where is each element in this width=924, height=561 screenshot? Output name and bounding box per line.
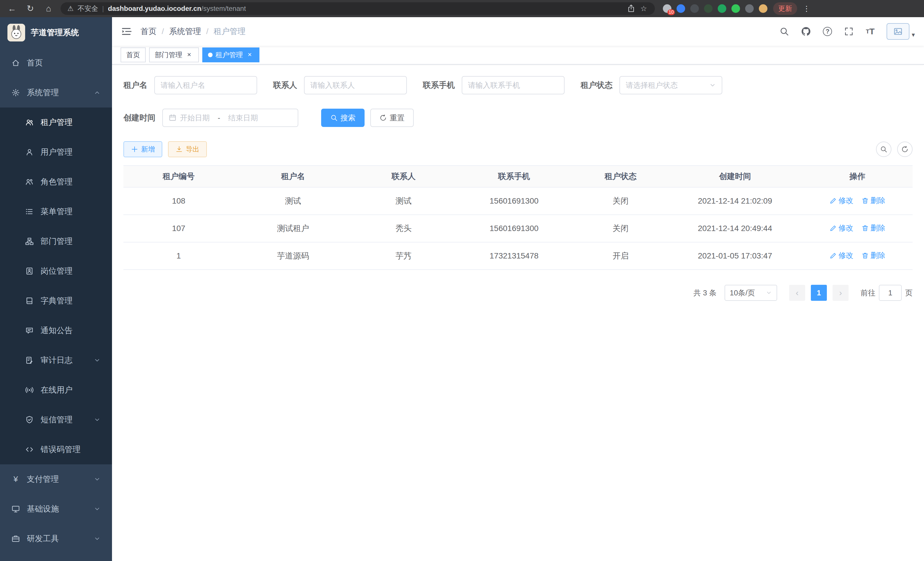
sidebar-item-menu[interactable]: 菜单管理 [0,197,112,226]
cell-created: 2021-12-14 21:02:09 [668,187,802,215]
search-icon [330,114,338,122]
delete-link[interactable]: 删除 [861,196,885,206]
add-button[interactable]: 新增 [123,141,162,157]
column-header: 操作 [802,165,913,187]
extensions-area: 10 [663,4,767,13]
chevron-down-icon [766,290,772,296]
add-button-label: 新增 [141,145,155,154]
extension-icon[interactable] [676,4,685,13]
breadcrumb-item[interactable]: 系统管理 [169,26,201,37]
tab-tenant[interactable]: 租户管理× [202,47,260,62]
export-button[interactable]: 导出 [168,141,207,157]
search-icon[interactable] [779,27,789,36]
font-size-icon[interactable]: TT [866,27,874,36]
toggle-search-button[interactable] [876,141,891,157]
github-icon[interactable] [801,27,811,36]
page-size-select[interactable]: 10条/页 [724,285,777,301]
browser-chrome: ← ↻ ⌂ ⚠ 不安全 | dashboard.yudao.iocoder.cn… [0,0,924,17]
extension-icon[interactable] [718,4,726,13]
sidebar-toggle-icon[interactable] [121,26,131,37]
sidebar-item-online[interactable]: 在线用户 [0,375,112,405]
mobile-field [462,76,565,94]
close-tab-icon[interactable]: × [185,51,193,59]
bookmark-star-icon[interactable]: ☆ [639,5,648,12]
sidebar-item-label: 系统管理 [27,87,59,98]
cell-status: 关闭 [573,215,668,242]
sidebar-item-role[interactable]: 角色管理 [0,167,112,197]
plus-icon [131,146,138,153]
sidebar-item-label: 租户管理 [40,117,73,128]
close-tab-icon[interactable]: × [246,51,254,59]
edit-link-label: 修改 [838,196,854,206]
back-icon[interactable]: ← [6,4,18,13]
delete-link[interactable]: 删除 [861,250,885,260]
fullscreen-icon[interactable] [844,27,854,36]
update-button[interactable]: 更新 [773,2,797,15]
app-logo[interactable]: 芋道管理系统 [0,17,112,48]
search-button-label: 搜索 [340,113,356,123]
reload-icon[interactable]: ↻ [24,4,37,13]
create-time-range[interactable]: 开始日期 - 结束日期 [162,109,298,127]
edit-icon [830,224,837,232]
extension-icon[interactable] [690,4,699,13]
sidebar-item-pay[interactable]: ¥支付管理 [0,464,112,494]
range-separator: - [213,114,225,122]
sidebar-item-label: 基础设施 [27,504,59,514]
edit-link[interactable]: 修改 [830,196,854,206]
security-label: 不安全 [78,4,98,13]
extension-icon[interactable] [745,4,754,13]
sidebar-item-home[interactable]: 首页 [0,48,112,78]
user-icon [25,148,34,156]
sidebar-item-errcode[interactable]: 错误码管理 [0,435,112,464]
help-icon[interactable]: ? [823,27,832,36]
url-host: dashboard.yudao.iocoder.cn [108,5,201,12]
prev-page-button[interactable]: ‹ [789,285,805,301]
sidebar-item-infra[interactable]: 基础设施 [0,494,112,524]
tab-label: 租户管理 [215,50,243,59]
extension-icon[interactable] [731,4,740,13]
mobile-label: 联系手机 [423,80,455,91]
cell-actions: 修改删除 [802,242,913,270]
current-page-button[interactable]: 1 [811,285,827,301]
address-bar[interactable]: ⚠ 不安全 | dashboard.yudao.iocoder.cn/syste… [61,2,655,15]
sidebar-item-system[interactable]: 系统管理 [0,78,112,108]
breadcrumb: 首页/系统管理/租户管理 [141,26,246,37]
contact-field [304,76,407,94]
delete-link[interactable]: 删除 [861,223,885,233]
share-icon[interactable] [627,4,635,13]
extension-icon[interactable] [759,4,767,13]
extension-icon[interactable]: 10 [663,4,671,13]
sidebar-item-post[interactable]: 岗位管理 [0,256,112,286]
sidebar-item-tools[interactable]: 研发工具 [0,524,112,553]
chevron-down-icon [94,505,100,512]
edit-link[interactable]: 修改 [830,223,854,233]
sidebar-item-audit[interactable]: 审计日志 [0,345,112,375]
browser-menu-icon[interactable]: ⋮ [803,4,808,13]
refresh-list-button[interactable] [897,141,913,157]
sidebar-item-user[interactable]: 用户管理 [0,137,112,167]
user-avatar[interactable]: ▾ [886,23,915,40]
browser-home-icon[interactable]: ⌂ [42,4,55,13]
reset-button[interactable]: 重置 [370,109,414,127]
tenant-status-select[interactable]: 请选择租户状态 [620,76,722,94]
sidebar-item-tenant[interactable]: 租户管理 [0,108,112,137]
tenant-name-input[interactable] [160,81,251,90]
extension-icon[interactable] [704,4,712,13]
sidebar-item-notice[interactable]: 通知公告 [0,316,112,345]
next-page-button[interactable]: › [832,285,849,301]
search-button[interactable]: 搜索 [321,109,364,127]
column-header: 租户状态 [573,165,668,187]
audit-icon [25,356,34,365]
cell-name: 芋道源码 [234,242,352,270]
sidebar-item-dept[interactable]: 部门管理 [0,226,112,256]
sidebar-item-dict[interactable]: 字典管理 [0,286,112,316]
sidebar-item-sms[interactable]: 短信管理 [0,405,112,435]
tab-dept[interactable]: 部门管理× [149,47,199,62]
goto-page-input[interactable] [879,285,902,301]
navbar-actions: ? TT ▾ [779,23,915,40]
contact-input[interactable] [310,81,400,90]
mobile-input[interactable] [468,81,558,90]
edit-link[interactable]: 修改 [830,250,854,260]
tab-home[interactable]: 首页 [121,47,146,62]
breadcrumb-item[interactable]: 首页 [141,26,157,37]
